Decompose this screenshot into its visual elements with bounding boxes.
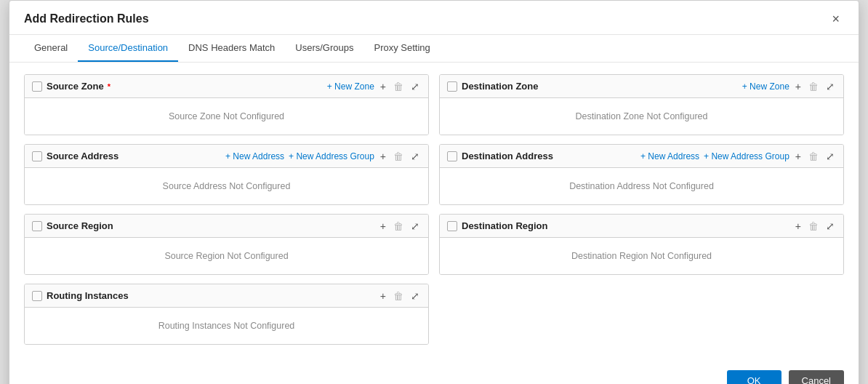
destination-region-label: Destination Region [462, 220, 789, 231]
destination-address-header: Destination Address + New Address + New … [440, 145, 843, 168]
source-address-empty: Source Address Not Configured [25, 168, 428, 204]
source-region-add-button[interactable]: + [379, 221, 387, 231]
source-zone-new-zone-button[interactable]: + New Zone [327, 81, 374, 92]
source-zone-empty: Source Zone Not Configured [25, 98, 428, 135]
source-region-delete-button[interactable]: 🗑 [392, 221, 405, 231]
destination-address-empty: Destination Address Not Configured [440, 168, 843, 204]
source-region-empty: Source Region Not Configured [25, 238, 428, 274]
routing-instances-empty: Routing Instances Not Configured [25, 308, 428, 344]
destination-region-panel: Destination Region + 🗑 ⤢ Destination Reg… [439, 214, 844, 275]
routing-row: Routing Instances + 🗑 ⤢ Routing Instance… [24, 284, 844, 345]
tab-dns-headers[interactable]: DNS Headers Match [178, 35, 285, 62]
routing-instances-label: Routing Instances [47, 290, 374, 301]
destination-zone-label: Destination Zone [462, 81, 738, 92]
dialog-title: Add Redirection Rules [24, 12, 149, 25]
source-address-new-address-group-button[interactable]: + New Address Group [289, 151, 374, 161]
routing-instances-header: Routing Instances + 🗑 ⤢ [25, 284, 428, 308]
routing-instances-panel: Routing Instances + 🗑 ⤢ Routing Instance… [24, 284, 429, 345]
tab-proxy-setting[interactable]: Proxy Setting [364, 35, 441, 62]
source-address-expand-button[interactable]: ⤢ [409, 151, 421, 161]
destination-region-expand-button[interactable]: ⤢ [824, 221, 836, 231]
region-row: Source Region + 🗑 ⤢ Source Region Not Co… [24, 214, 844, 275]
source-region-actions: + 🗑 ⤢ [379, 221, 421, 231]
destination-address-checkbox[interactable] [447, 151, 457, 161]
destination-address-add-button[interactable]: + [794, 151, 803, 161]
source-region-expand-button[interactable]: ⤢ [409, 221, 421, 231]
add-redirection-rules-dialog: Add Redirection Rules × General Source/D… [9, 0, 859, 384]
content-area: Source Zone * + New Zone + 🗑 ⤢ Source Zo… [9, 63, 859, 356]
destination-region-add-button[interactable]: + [794, 221, 803, 231]
source-address-new-address-button[interactable]: + New Address [225, 151, 284, 161]
destination-zone-expand-button[interactable]: ⤢ [824, 81, 836, 92]
source-region-header: Source Region + 🗑 ⤢ [25, 215, 428, 238]
source-zone-panel: Source Zone * + New Zone + 🗑 ⤢ Source Zo… [24, 74, 429, 135]
address-row: Source Address + New Address + New Addre… [24, 144, 844, 205]
close-button[interactable]: × [827, 11, 844, 27]
routing-instances-add-button[interactable]: + [379, 291, 387, 301]
zone-row: Source Zone * + New Zone + 🗑 ⤢ Source Zo… [24, 74, 844, 135]
source-address-panel: Source Address + New Address + New Addre… [24, 144, 429, 205]
source-address-actions: + New Address + New Address Group + 🗑 ⤢ [225, 151, 421, 161]
routing-instances-delete-button[interactable]: 🗑 [392, 291, 405, 301]
dialog-footer: OK Cancel [712, 361, 859, 384]
destination-zone-actions: + New Zone + 🗑 ⤢ [742, 81, 836, 92]
destination-zone-add-button[interactable]: + [794, 81, 803, 92]
source-region-label: Source Region [47, 220, 374, 231]
source-zone-checkbox[interactable] [32, 81, 42, 92]
destination-region-checkbox[interactable] [447, 221, 457, 231]
destination-zone-empty: Destination Zone Not Configured [440, 98, 843, 135]
destination-address-label: Destination Address [462, 151, 636, 161]
source-address-header: Source Address + New Address + New Addre… [25, 145, 428, 168]
source-address-add-button[interactable]: + [379, 151, 387, 161]
source-zone-expand-button[interactable]: ⤢ [409, 81, 421, 92]
destination-address-delete-button[interactable]: 🗑 [807, 151, 820, 161]
source-zone-add-button[interactable]: + [379, 81, 387, 92]
source-address-checkbox[interactable] [32, 151, 42, 161]
cancel-button[interactable]: Cancel [789, 370, 844, 384]
destination-address-new-address-group-button[interactable]: + New Address Group [704, 151, 789, 161]
source-address-label: Source Address [47, 151, 221, 161]
destination-zone-header: Destination Zone + New Zone + 🗑 ⤢ [440, 75, 843, 98]
tab-bar: General Source/Destination DNS Headers M… [9, 35, 859, 63]
destination-zone-checkbox[interactable] [447, 81, 457, 92]
source-region-checkbox[interactable] [32, 221, 42, 231]
destination-region-header: Destination Region + 🗑 ⤢ [440, 215, 843, 238]
routing-instances-checkbox[interactable] [32, 291, 42, 301]
destination-address-expand-button[interactable]: ⤢ [824, 151, 836, 161]
destination-address-panel: Destination Address + New Address + New … [439, 144, 844, 205]
source-address-delete-button[interactable]: 🗑 [392, 151, 405, 161]
destination-region-actions: + 🗑 ⤢ [794, 221, 836, 231]
source-zone-delete-button[interactable]: 🗑 [392, 81, 405, 92]
destination-address-new-address-button[interactable]: + New Address [640, 151, 699, 161]
tab-users-groups[interactable]: Users/Groups [285, 35, 363, 62]
tab-source-destination[interactable]: Source/Destination [78, 35, 178, 62]
required-star: * [105, 82, 110, 91]
source-zone-header: Source Zone * + New Zone + 🗑 ⤢ [25, 75, 428, 98]
tab-general[interactable]: General [24, 35, 78, 62]
destination-region-delete-button[interactable]: 🗑 [807, 221, 820, 231]
source-zone-label: Source Zone * [47, 81, 323, 92]
routing-instances-actions: + 🗑 ⤢ [379, 291, 421, 301]
destination-zone-panel: Destination Zone + New Zone + 🗑 ⤢ Destin… [439, 74, 844, 135]
dialog-header: Add Redirection Rules × [9, 1, 859, 35]
destination-zone-new-zone-button[interactable]: + New Zone [742, 81, 789, 92]
destination-zone-delete-button[interactable]: 🗑 [807, 81, 820, 92]
destination-address-actions: + New Address + New Address Group + 🗑 ⤢ [640, 151, 836, 161]
routing-instances-expand-button[interactable]: ⤢ [409, 291, 421, 301]
source-region-panel: Source Region + 🗑 ⤢ Source Region Not Co… [24, 214, 429, 275]
source-zone-actions: + New Zone + 🗑 ⤢ [327, 81, 421, 92]
destination-region-empty: Destination Region Not Configured [440, 238, 843, 274]
ok-button[interactable]: OK [727, 370, 781, 384]
